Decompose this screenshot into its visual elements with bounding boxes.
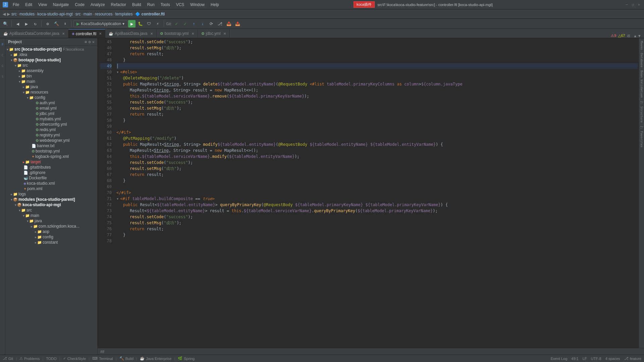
tab-controller-ftl[interactable]: ◈ controller.ftl ✕ — [68, 29, 105, 38]
tree-dockerfile[interactable]: 🐋 Dockerfile — [5, 175, 97, 181]
status-todo[interactable]: TODO — [46, 357, 57, 361]
tab-close-3[interactable]: ✕ — [150, 32, 153, 36]
tree-banner-txt[interactable]: 📄 banner.txt — [5, 143, 97, 148]
toolbar-forward[interactable]: ▶ — [22, 20, 31, 28]
run-button[interactable]: ▶ — [128, 20, 136, 27]
panel-locate[interactable]: ⊕ — [85, 40, 87, 44]
code-scroll-area[interactable]: 45464748 49 5051525354 5556575859 606162… — [100, 38, 641, 348]
menu-run[interactable]: Run — [145, 2, 157, 8]
side-struct-icon[interactable]: S — [0, 72, 5, 82]
tree-pom-xml[interactable]: ✦ pom.xml — [5, 186, 97, 191]
breadcrumb-modules[interactable]: modules — [19, 12, 35, 16]
menu-edit[interactable]: Edit — [22, 2, 35, 8]
plugin-badge[interactable]: koca插件 — [354, 1, 375, 8]
tree-email-yml[interactable]: ⚙ email.yml — [5, 106, 97, 111]
right-maven-label[interactable]: Maven — [640, 40, 644, 52]
git-check[interactable]: ✓ — [172, 20, 180, 28]
debug-button[interactable]: 🐛 — [136, 20, 144, 28]
git-push[interactable]: ↑ — [190, 20, 198, 28]
run-config-selector[interactable]: ▶ KocaStudioApplication ▾ — [73, 20, 127, 27]
tree-bootapp[interactable]: ▾ 📦 bootapp [koca-studio] — [5, 57, 97, 63]
tree-main2[interactable]: ▾ 📁 main — [5, 213, 97, 218]
tree-api-mgt[interactable]: ▾ 📦 koca-studio-api-mgt — [5, 202, 97, 207]
menu-file[interactable]: File — [10, 2, 22, 8]
tree-koca-studio-xml[interactable]: ◈ koca-studio.xml — [5, 181, 97, 186]
panel-close[interactable]: ✕ — [92, 40, 95, 44]
tree-root[interactable]: ▾ 📁 src [koca-studio-project] F:\koca\ko… — [5, 47, 97, 52]
tree-target[interactable]: ▸ 📁 target — [5, 159, 97, 165]
tree-src1[interactable]: ▾ 📁 src — [5, 63, 97, 68]
tree-java1[interactable]: ▸ 📁 java — [5, 84, 97, 89]
scroll-up[interactable]: ▲ — [633, 34, 637, 38]
fold-arrow-71[interactable]: ▾ — [116, 196, 119, 201]
side-project-icon[interactable]: P — [0, 40, 5, 50]
git-history[interactable]: ⟳ — [207, 20, 215, 28]
menu-build[interactable]: Build — [129, 2, 144, 8]
tab-close-2[interactable]: ✕ — [99, 32, 102, 36]
tree-src2[interactable]: ▾ 📁 src — [5, 207, 97, 213]
right-favorites[interactable]: 2: Favorites — [640, 124, 644, 149]
toolbar-sync[interactable]: ⬇ — [61, 20, 69, 28]
code-editor[interactable]: result.setCode("success"); result.setMsg… — [114, 38, 641, 348]
git-pull[interactable]: ↓ — [199, 20, 207, 28]
tree-otherconfig-yml[interactable]: ⚙ otherconfig.yml — [5, 122, 97, 127]
breadcrumb-templates[interactable]: templates — [115, 12, 132, 16]
breadcrumb-src2[interactable]: src — [75, 12, 81, 16]
right-bean-validation[interactable]: Bean Validation — [640, 69, 644, 99]
tree-gitignore[interactable]: 📄 .gitignore — [5, 170, 97, 175]
breadcrumb-api-mgt[interactable]: koca-studio-api-mgt — [37, 12, 72, 16]
tree-config2[interactable]: ▸ 📁 config — [5, 234, 97, 240]
tree-assembly[interactable]: ▸ 📁 assembly — [5, 68, 97, 73]
tree-logs[interactable]: ▸ 📁 logs — [5, 191, 97, 197]
tree-modules[interactable]: ▾ 📦 modules [koca-studio-parent] — [5, 197, 97, 202]
status-checkstyle[interactable]: ✓ CheckStyle — [63, 356, 86, 361]
tree-java2[interactable]: ▾ 📁 java — [5, 218, 97, 224]
tree-jdbc-yml[interactable]: ⚙ jdbc.yml — [5, 111, 97, 116]
tab-close-1[interactable]: ✕ — [62, 32, 65, 36]
menu-tools[interactable]: Tools — [158, 2, 173, 8]
tree-aop[interactable]: ▸ 📁 aop — [5, 229, 97, 234]
profile-button[interactable]: ⚡ — [154, 20, 162, 28]
scroll-down[interactable]: ▼ — [638, 34, 641, 38]
toolbar-search[interactable]: 🔍 — [1, 20, 9, 28]
status-build[interactable]: 🔨 Build — [119, 356, 133, 361]
git-push2[interactable]: 📤 — [233, 20, 241, 28]
status-lf[interactable]: LF — [583, 356, 587, 361]
nav-back[interactable]: ◀ — [3, 12, 6, 16]
breadcrumb-file[interactable]: 🔷 controller.ftl — [135, 12, 165, 16]
toolbar-back[interactable]: ◀ — [14, 20, 22, 28]
close-button[interactable]: ✕ — [637, 2, 641, 7]
status-git[interactable]: ⎇ Git — [3, 356, 13, 361]
toolbar-refresh[interactable]: ↻ — [31, 20, 39, 28]
tab-apibusicdata[interactable]: ☕ ApiBasicData.java ✕ — [105, 29, 156, 38]
panel-settings[interactable]: ⚙ — [89, 40, 91, 44]
fold-arrow-50[interactable]: ▾ — [116, 70, 119, 74]
tab-bootstrap-yml[interactable]: ⚙ bootstrap.yml ✕ — [157, 29, 198, 38]
side-commit-icon[interactable]: C — [0, 50, 5, 60]
breadcrumb-resources[interactable]: resources — [95, 12, 113, 16]
tree-gitattributes[interactable]: 📄 .gitattributes — [5, 165, 97, 170]
status-java-enterprise[interactable]: ☕ Java Enterprise — [140, 356, 171, 361]
status-spring[interactable]: 🌿 Spring — [178, 356, 195, 361]
nav-forward[interactable]: ▶ — [7, 12, 10, 16]
breadcrumb-main[interactable]: main — [84, 12, 92, 16]
git-check2[interactable]: ✓ — [181, 20, 189, 28]
scroll-markers[interactable]: Maven Database Bean Validation 2: Struct… — [641, 38, 644, 348]
git-branch[interactable]: ⎇ — [216, 20, 224, 28]
tree-bootstrap-yml[interactable]: ⚙ bootstrap.yml — [5, 148, 97, 154]
tree-registry-yml[interactable]: ⚙ registry.yml — [5, 132, 97, 138]
tab-close-4[interactable]: ✕ — [192, 32, 194, 36]
tree-webdesigner-yml[interactable]: ⚙ webdesigner.yml — [5, 138, 97, 143]
menu-vcs[interactable]: VCS — [173, 2, 187, 8]
toolbar-build[interactable]: 🔨 — [52, 20, 60, 28]
right-database-label[interactable]: Database — [640, 52, 644, 69]
git-stash[interactable]: 📥 — [225, 20, 233, 28]
tree-auth-yml[interactable]: ⚙ auth.yml — [5, 100, 97, 106]
tree-idea[interactable]: ▸ 📁 .idea — [5, 52, 97, 57]
status-terminal[interactable]: ⌨ Terminal — [92, 356, 113, 361]
toolbar-structure[interactable]: ⚙ — [44, 20, 52, 28]
status-encoding[interactable]: UTF-8 — [591, 356, 601, 361]
status-problems[interactable]: ⚠ Problems — [19, 356, 40, 361]
tree-constant[interactable]: ▸ 📁 constant — [5, 240, 97, 245]
tree-logback-xml[interactable]: ✦ logback-spring.xml — [5, 154, 97, 159]
